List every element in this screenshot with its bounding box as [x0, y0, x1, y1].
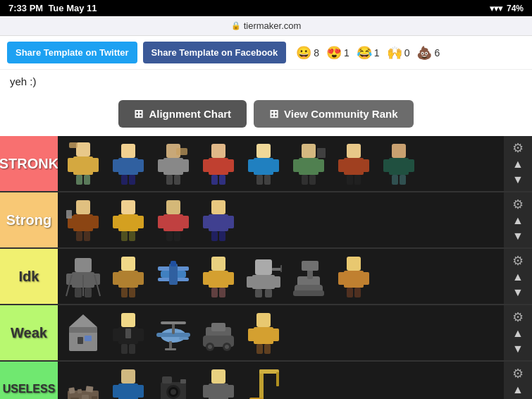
- svg-rect-1: [73, 156, 93, 175]
- gear-icon[interactable]: ⚙: [512, 253, 524, 269]
- tier-label-strong: Strong: [0, 192, 58, 247]
- list-item[interactable]: [152, 365, 194, 399]
- svg-rect-97: [209, 271, 228, 288]
- list-item[interactable]: [197, 140, 240, 188]
- svg-rect-107: [265, 289, 272, 297]
- list-item[interactable]: [287, 140, 330, 188]
- list-item[interactable]: [152, 309, 194, 357]
- list-item[interactable]: [62, 309, 104, 357]
- lock-icon: 🔒: [231, 21, 241, 30]
- svg-rect-28: [248, 159, 255, 172]
- list-item[interactable]: [62, 252, 104, 300]
- svg-rect-173: [209, 383, 228, 399]
- svg-rect-45: [392, 144, 406, 158]
- reaction-poop[interactable]: 💩 6: [416, 45, 440, 61]
- tier-list: STRONK: [0, 136, 532, 399]
- alignment-chart-tab[interactable]: ⊞ Alignment Chart: [118, 100, 247, 128]
- svg-point-169: [171, 389, 176, 395]
- svg-rect-4: [76, 175, 82, 185]
- svg-rect-37: [309, 175, 316, 185]
- url-bar: 🔒 tiermaker.com: [0, 16, 532, 36]
- list-item[interactable]: [62, 365, 104, 399]
- gear-icon[interactable]: ⚙: [512, 197, 524, 212]
- list-item[interactable]: [107, 196, 149, 244]
- svg-rect-147: [256, 313, 271, 327]
- tier-items-weak: [58, 305, 504, 360]
- move-up-button[interactable]: ▲: [509, 270, 526, 284]
- svg-rect-112: [293, 290, 324, 296]
- gear-icon[interactable]: ⚙: [512, 366, 524, 381]
- svg-rect-7: [121, 144, 135, 158]
- reaction-laugh[interactable]: 😂 1: [357, 45, 380, 61]
- tier-row-useless: USELESS: [0, 362, 532, 399]
- move-up-button[interactable]: ▲: [509, 326, 526, 340]
- list-item[interactable]: [152, 252, 194, 300]
- list-item[interactable]: [378, 140, 420, 188]
- list-item[interactable]: [242, 140, 285, 188]
- list-item[interactable]: [107, 365, 149, 399]
- move-down-button[interactable]: ▼: [509, 229, 526, 243]
- svg-rect-148: [254, 327, 273, 344]
- list-item[interactable]: [287, 252, 330, 300]
- user-comment: yeh :): [0, 70, 532, 93]
- gear-icon[interactable]: ⚙: [512, 140, 524, 156]
- list-item[interactable]: [242, 252, 285, 300]
- hands-count: 0: [404, 47, 410, 59]
- reaction-heart[interactable]: 😍 1: [326, 45, 349, 61]
- svg-rect-57: [66, 210, 72, 219]
- list-item[interactable]: [333, 252, 375, 300]
- tier-items-strong: [58, 192, 504, 247]
- svg-rect-115: [347, 257, 361, 271]
- tier-label-weak: Weak: [0, 305, 58, 360]
- svg-rect-178: [259, 369, 264, 399]
- svg-rect-41: [338, 159, 345, 172]
- list-item[interactable]: [333, 140, 375, 188]
- svg-rect-109: [280, 265, 282, 272]
- list-item[interactable]: [107, 140, 149, 188]
- move-down-button[interactable]: ▼: [509, 173, 526, 187]
- reaction-happy[interactable]: 😀 8: [296, 45, 319, 61]
- facebook-share-button[interactable]: Share Template on Facebook: [143, 42, 287, 63]
- svg-rect-138: [165, 348, 176, 350]
- list-item[interactable]: [197, 252, 240, 300]
- list-item[interactable]: [152, 196, 194, 244]
- move-up-button[interactable]: ▲: [509, 214, 526, 228]
- move-up-button[interactable]: ▲: [509, 157, 526, 171]
- svg-rect-24: [211, 175, 218, 185]
- gear-icon[interactable]: ⚙: [512, 309, 524, 325]
- list-item[interactable]: [62, 196, 104, 244]
- svg-rect-14: [163, 158, 183, 175]
- move-down-button[interactable]: ▼: [509, 286, 526, 300]
- svg-rect-172: [211, 369, 225, 383]
- list-item[interactable]: [197, 365, 240, 399]
- move-up-button[interactable]: ▲: [509, 383, 526, 397]
- list-item[interactable]: [152, 140, 194, 188]
- tier-label-idk: Idk: [0, 249, 58, 304]
- poop-count: 6: [434, 47, 440, 59]
- svg-rect-27: [254, 158, 273, 175]
- list-item[interactable]: [242, 365, 285, 399]
- svg-rect-170: [162, 376, 172, 383]
- svg-rect-46: [389, 158, 409, 175]
- community-rank-tab[interactable]: ⊞ View Community Rank: [254, 100, 413, 128]
- svg-rect-171: [180, 379, 186, 383]
- svg-rect-21: [209, 158, 228, 175]
- status-bar: 7:33 PM Tue May 11 ▾▾▾ 74%: [0, 0, 532, 16]
- svg-rect-90: [129, 288, 135, 297]
- svg-rect-122: [69, 327, 97, 333]
- list-item[interactable]: [197, 196, 240, 244]
- list-item[interactable]: [107, 252, 149, 300]
- tier-label-stronk: STRONK: [0, 136, 58, 191]
- reaction-hands[interactable]: 🙌 0: [387, 45, 410, 61]
- twitter-share-button[interactable]: Share Template on Twitter: [7, 42, 137, 63]
- svg-rect-18: [174, 175, 180, 185]
- list-item[interactable]: [107, 309, 149, 357]
- svg-rect-128: [113, 329, 120, 341]
- list-item[interactable]: [62, 140, 104, 188]
- list-item[interactable]: [197, 309, 240, 357]
- svg-rect-72: [203, 216, 210, 228]
- svg-rect-157: [68, 387, 75, 393]
- move-down-button[interactable]: ▼: [509, 342, 526, 356]
- list-item[interactable]: [242, 309, 285, 357]
- svg-rect-98: [203, 272, 210, 285]
